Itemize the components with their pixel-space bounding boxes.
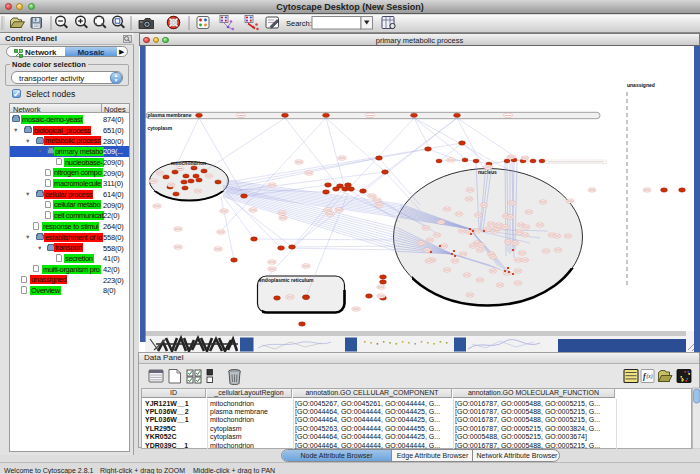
svg-text:endoplasmic reticulum: endoplasmic reticulum (259, 277, 314, 283)
svg-text:plasma membrane: plasma membrane (148, 112, 192, 118)
svg-text:cytoplasm: cytoplasm (148, 125, 173, 131)
svg-text:unassigned: unassigned (627, 82, 655, 88)
svg-text:(x): (x) (647, 373, 653, 380)
svg-text:f: f (643, 372, 647, 381)
